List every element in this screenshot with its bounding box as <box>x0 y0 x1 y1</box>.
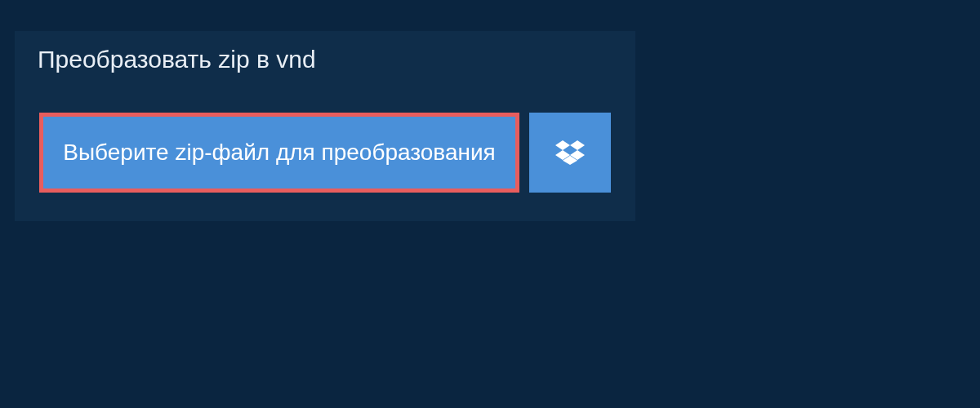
dropbox-icon <box>555 138 585 167</box>
dropbox-button[interactable] <box>529 113 611 193</box>
converter-panel: Преобразовать zip в vnd Выберите zip-фай… <box>15 31 635 221</box>
upload-area: Выберите zip-файл для преобразования <box>15 88 635 221</box>
select-file-label: Выберите zip-файл для преобразования <box>63 140 496 166</box>
select-file-button[interactable]: Выберите zip-файл для преобразования <box>39 113 519 193</box>
page-title: Преобразовать zip в vnd <box>15 31 339 88</box>
